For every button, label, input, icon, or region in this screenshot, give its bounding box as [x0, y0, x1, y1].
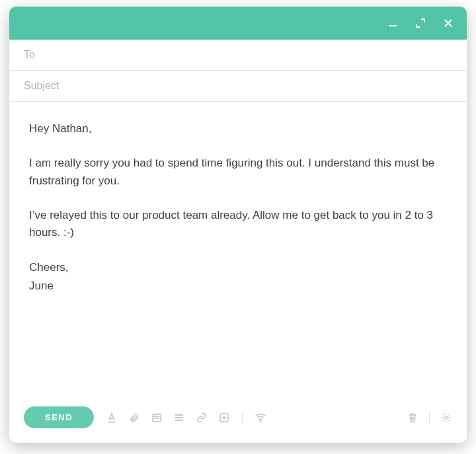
attach-icon[interactable] [128, 412, 140, 424]
format-group [106, 412, 230, 424]
link-icon[interactable] [196, 412, 208, 424]
trash-icon[interactable] [407, 412, 418, 424]
svg-point-21 [445, 416, 448, 418]
body-paragraph: I am really sorry you had to spend time … [29, 155, 447, 190]
close-button[interactable] [442, 17, 455, 30]
insert-icon[interactable] [218, 412, 230, 424]
header-fields [9, 40, 467, 102]
svg-point-9 [155, 418, 155, 418]
body-signoff: Cheers, [29, 259, 447, 276]
body-paragraph: I’ve relayed this to our product team al… [29, 207, 447, 242]
body-signature-name: June [29, 278, 447, 295]
svg-point-10 [157, 418, 157, 418]
expand-button[interactable] [414, 17, 427, 30]
minimize-button[interactable] [386, 17, 399, 30]
to-input[interactable] [24, 49, 452, 61]
svg-point-18 [260, 420, 261, 422]
subject-row [9, 71, 467, 102]
connection-group [255, 412, 266, 424]
settings-icon[interactable] [440, 412, 452, 424]
toolbar-divider [242, 411, 243, 424]
subject-input[interactable] [24, 80, 452, 92]
calendar-icon[interactable] [151, 412, 163, 424]
toolbar-divider [429, 411, 430, 424]
titlebar [9, 7, 467, 40]
message-body[interactable]: Hey Nathan, I am really sorry you had to… [9, 102, 467, 397]
body-greeting: Hey Nathan, [29, 120, 447, 137]
text-format-icon[interactable] [106, 412, 118, 424]
wifi-icon[interactable] [255, 412, 266, 424]
svg-point-11 [159, 418, 159, 418]
compose-window: Hey Nathan, I am really sorry you had to… [9, 7, 467, 443]
compose-toolbar: SEND [9, 397, 467, 443]
to-row [9, 40, 467, 71]
list-icon[interactable] [173, 412, 185, 424]
send-button[interactable]: SEND [24, 406, 94, 428]
right-group [407, 411, 452, 424]
